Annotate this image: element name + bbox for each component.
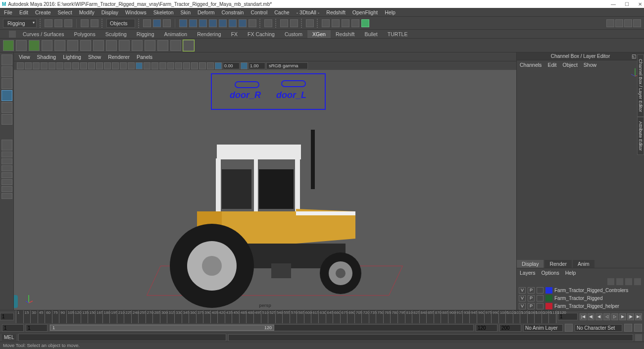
playback-start-field[interactable] (26, 324, 48, 332)
last-tool[interactable] (1, 140, 12, 150)
exposure-field[interactable] (223, 62, 240, 69)
play-forward-icon[interactable]: ▷ (611, 313, 618, 320)
menu-create[interactable]: Create (35, 9, 51, 15)
dof-icon[interactable] (183, 62, 190, 69)
layer-row[interactable]: V P Farm_Tractor_Rigged (517, 294, 644, 302)
layer-name[interactable]: Farm_Tractor_Rigged_Controlers (554, 288, 628, 293)
side-tab-attribute[interactable]: Attribute Editor (637, 117, 644, 155)
xgen-icon-8[interactable] (93, 40, 104, 51)
cb-menu-object[interactable]: Object (562, 62, 577, 68)
snap-view-icon[interactable] (229, 19, 237, 27)
menu-skeleton[interactable]: Skeleton (153, 9, 174, 15)
layer-name[interactable]: Farm_Tractor_Rigged (554, 296, 602, 301)
layer-name[interactable]: Farm_Tractor_Rigged_helper (554, 303, 619, 309)
menu-select[interactable]: Select (58, 9, 72, 15)
layer-movedown-icon[interactable] (616, 278, 623, 285)
layout-stack-icon[interactable] (1, 172, 12, 178)
viewport-3d[interactable]: door_R door_L (14, 70, 516, 310)
menu-display[interactable]: Display (101, 9, 118, 15)
menu-edit[interactable]: Edit (19, 9, 28, 15)
menu-3dtoall[interactable]: - 3DtoAll - (297, 9, 320, 15)
menu-deform[interactable]: Deform (198, 9, 214, 15)
minimize-button[interactable]: — (611, 1, 616, 7)
play-back-icon[interactable]: ◁ (603, 313, 610, 320)
step-back-icon[interactable]: ◀ (595, 313, 602, 320)
script-editor-icon[interactable] (635, 334, 642, 341)
layer-playback-toggle[interactable]: P (528, 295, 535, 301)
paint-select-tool[interactable] (1, 78, 12, 89)
anim-layer-dropdown[interactable]: No Anim Layer (523, 324, 563, 332)
shelf-tab-turtle[interactable]: TURTLE (383, 30, 413, 38)
xgen-icon-2[interactable] (16, 40, 27, 51)
panel-layout2-icon[interactable] (332, 19, 340, 27)
layer-new-selected-icon[interactable] (634, 278, 641, 285)
autokey-icon[interactable] (624, 324, 632, 332)
snap-center-icon[interactable] (239, 19, 247, 27)
isolate-icon[interactable] (191, 62, 198, 69)
layer-tab-render[interactable]: Render (545, 260, 571, 268)
menu-file[interactable]: File (4, 9, 12, 15)
gate-mask-icon[interactable] (88, 62, 95, 69)
layer-display-type[interactable] (537, 287, 544, 294)
layout-four-icon[interactable] (1, 158, 12, 164)
panel-menu-renderer[interactable]: Renderer (108, 54, 130, 60)
layer-row[interactable]: V P Farm_Tractor_Rigged_Controlers (517, 286, 644, 294)
layer-playback-toggle[interactable]: P (528, 287, 535, 294)
panel-menu-view[interactable]: View (19, 54, 30, 60)
panel-layout-icon[interactable] (322, 19, 330, 27)
new-scene-icon[interactable] (45, 19, 52, 27)
redo-icon[interactable] (91, 19, 99, 27)
panel-layout5-icon[interactable] (361, 19, 369, 27)
layer-visibility-toggle[interactable]: V (519, 303, 526, 309)
xgen-icon-12[interactable] (145, 40, 155, 51)
range-slider[interactable]: 1 120 (50, 324, 474, 331)
multisample-icon[interactable] (175, 62, 182, 69)
character-set-dropdown[interactable]: No Character Set (575, 324, 622, 332)
panel-toggle-icon[interactable] (633, 19, 641, 27)
shelf-tab-fxcaching[interactable]: FX Caching (243, 30, 280, 38)
layer-playback-toggle[interactable]: P (528, 303, 535, 309)
shelf-tab-fx[interactable]: FX (226, 30, 243, 38)
shelf-tab-animation[interactable]: Animation (159, 30, 192, 38)
open-scene-icon[interactable] (54, 19, 62, 27)
xgen-icon-7[interactable] (80, 40, 91, 51)
xgen-icon-3[interactable] (29, 40, 40, 51)
make-live-icon[interactable] (248, 19, 256, 27)
layer-tab-display[interactable]: Display (517, 260, 544, 268)
shelf-tab-polygons[interactable]: Polygons (69, 30, 100, 38)
shelf-tab-bullet[interactable]: Bullet (359, 30, 382, 38)
ao-icon[interactable] (159, 62, 166, 69)
shelf-tab-xgen[interactable]: XGen (307, 30, 331, 38)
layers-menu-layers[interactable]: Layers (520, 270, 536, 276)
menu-openflight[interactable]: OpenFlight (352, 9, 378, 15)
xgen-icon-11[interactable] (132, 40, 143, 51)
layout-other-icon[interactable] (1, 193, 12, 199)
cb-menu-show[interactable]: Show (584, 62, 596, 68)
layer-color-swatch[interactable] (545, 295, 552, 301)
door-r-control[interactable] (235, 81, 259, 88)
camera-select-icon[interactable] (17, 62, 24, 69)
use-lights-icon[interactable] (144, 62, 150, 69)
panel-menu-panels[interactable]: Panels (137, 54, 152, 60)
menu-constrain[interactable]: Constrain (221, 9, 244, 15)
shelf-tab-curves[interactable]: Curves / Surfaces (18, 30, 69, 38)
resolution-gate-icon[interactable] (80, 62, 87, 69)
panel-undock-icon[interactable]: ◱ (632, 53, 636, 59)
panel-layout4-icon[interactable] (351, 19, 359, 27)
shelf-options-icon[interactable] (9, 31, 16, 38)
color-management-dropdown[interactable]: sRGB gamma (266, 62, 308, 69)
shelf-tab-custom[interactable]: Custom (280, 30, 307, 38)
time-ruler[interactable]: 1153045607590105120135150165180195210225… (16, 310, 556, 323)
shelf-tab-rendering[interactable]: Rendering (192, 30, 226, 38)
shelf-tab-sculpting[interactable]: Sculpting (100, 30, 132, 38)
layer-color-swatch[interactable] (545, 303, 552, 309)
range-thumb[interactable]: 1 120 (50, 325, 274, 331)
layout-prev-icon[interactable] (1, 186, 12, 192)
command-input[interactable] (18, 334, 226, 341)
layout-three-icon[interactable] (1, 179, 12, 185)
maya-home-icon[interactable] (14, 295, 18, 308)
render-settings-icon[interactable] (306, 19, 314, 27)
xgen-icon-15[interactable] (183, 40, 194, 51)
snap-curve-icon[interactable] (189, 19, 197, 27)
layout-two-icon[interactable] (1, 165, 12, 171)
